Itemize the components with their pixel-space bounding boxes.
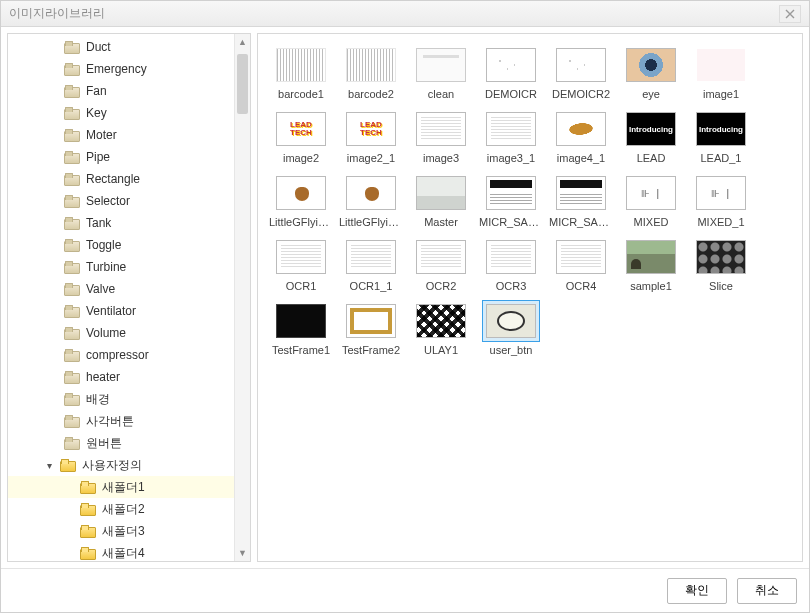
thumbnail-item[interactable]: TestFrame1 — [268, 298, 334, 358]
tree-item[interactable]: Ventilator — [8, 300, 234, 322]
thumbnail-item[interactable]: LEAD TECHimage2_1 — [338, 106, 404, 166]
tree-item[interactable]: Toggle — [8, 234, 234, 256]
tree-item[interactable]: Rectangle — [8, 168, 234, 190]
tree-item-child[interactable]: 새폴더1 — [8, 476, 234, 498]
scroll-thumb[interactable] — [237, 54, 248, 114]
tree-item-label: Tank — [86, 216, 111, 230]
tree-item[interactable]: Key — [8, 102, 234, 124]
tree-item-child[interactable]: 새폴더4 — [8, 542, 234, 561]
tree-item-label: Valve — [86, 282, 115, 296]
thumbnail-item[interactable]: MICR_SAMPLE — [478, 170, 544, 230]
scroll-up-icon[interactable]: ▲ — [235, 34, 250, 50]
tree-item-child[interactable]: 새폴더2 — [8, 498, 234, 520]
tree-item[interactable]: Selector — [8, 190, 234, 212]
tree-item-label: Volume — [86, 326, 126, 340]
thumbnail-box — [272, 44, 330, 86]
tree-scroll[interactable]: DuctEmergencyFanKeyMoterPipeRectangleSel… — [8, 34, 234, 561]
expander-icon[interactable]: ▾ — [44, 460, 54, 471]
thumbnail-label: ULAY1 — [424, 344, 458, 356]
tree-item[interactable]: compressor — [8, 344, 234, 366]
thumbnail-item[interactable]: sample1 — [618, 234, 684, 294]
window-title: 이미지라이브러리 — [9, 5, 105, 22]
thumbnail-box — [412, 300, 470, 342]
thumbnail-image: LEAD TECH — [276, 112, 326, 146]
thumbnail-box — [482, 44, 540, 86]
scroll-down-icon[interactable]: ▼ — [235, 545, 250, 561]
folder-icon — [64, 107, 80, 120]
tree-item[interactable]: Valve — [8, 278, 234, 300]
thumbnail-item[interactable]: image4_1 — [548, 106, 614, 166]
thumbnail-item[interactable]: OCR1_1 — [338, 234, 404, 294]
folder-icon — [64, 305, 80, 318]
tree-item[interactable]: heater — [8, 366, 234, 388]
thumbnail-label: MIXED — [634, 216, 669, 228]
close-button[interactable] — [779, 5, 801, 23]
folder-icon — [64, 41, 80, 54]
thumbnail-item[interactable]: clean — [408, 42, 474, 102]
folder-icon — [64, 151, 80, 164]
thumbnail-item[interactable]: image3 — [408, 106, 474, 166]
folder-open-icon — [80, 481, 96, 494]
thumbnail-box: LEAD TECH — [342, 108, 400, 150]
thumbnail-item[interactable]: MICR_SAMPLE2 — [548, 170, 614, 230]
thumbnail-label: barcode1 — [278, 88, 324, 100]
thumbnail-item[interactable]: eye — [618, 42, 684, 102]
thumbnail-item[interactable]: LittleGFlyingAlpha — [268, 170, 334, 230]
thumbnail-item[interactable]: ULAY1 — [408, 298, 474, 358]
tree-item[interactable]: 사각버튼 — [8, 410, 234, 432]
folder-icon — [64, 261, 80, 274]
tree-item[interactable]: 원버튼 — [8, 432, 234, 454]
tree-item-label: Toggle — [86, 238, 121, 252]
thumbnail-item[interactable]: IntroducingLEAD_1 — [688, 106, 754, 166]
tree-item[interactable]: Pipe — [8, 146, 234, 168]
thumbnail-image — [276, 176, 326, 210]
thumbnail-item[interactable]: user_btn — [478, 298, 544, 358]
thumbnail-item[interactable]: barcode1 — [268, 42, 334, 102]
thumbnail-item[interactable]: DEMOICR — [478, 42, 544, 102]
thumbnail-item[interactable]: Master — [408, 170, 474, 230]
thumbnail-item[interactable]: DEMOICR2 — [548, 42, 614, 102]
ok-button[interactable]: 확인 — [667, 578, 727, 604]
thumbnail-label: DEMOICR2 — [552, 88, 610, 100]
tree-item[interactable]: Tank — [8, 212, 234, 234]
thumbnail-box — [342, 300, 400, 342]
tree-item[interactable]: Moter — [8, 124, 234, 146]
tree-item[interactable]: Volume — [8, 322, 234, 344]
thumbnail-item[interactable]: OCR3 — [478, 234, 544, 294]
thumbnail-box — [482, 108, 540, 150]
thumbnail-item[interactable]: LEAD TECHimage2 — [268, 106, 334, 166]
tree-scrollbar[interactable]: ▲ ▼ — [234, 34, 250, 561]
thumbnail-item[interactable]: IntroducingLEAD — [618, 106, 684, 166]
thumbnail-item[interactable]: OCR1 — [268, 234, 334, 294]
thumbnail-label: OCR3 — [496, 280, 527, 292]
thumbnail-label: LittleGFlyingAlpha — [269, 216, 333, 228]
thumbnail-image — [626, 240, 676, 274]
tree-item[interactable]: Duct — [8, 36, 234, 58]
thumbnail-image — [416, 112, 466, 146]
tree-item-label: heater — [86, 370, 120, 384]
tree-item[interactable]: Emergency — [8, 58, 234, 80]
thumbnail-item[interactable]: MIXED — [618, 170, 684, 230]
tree-item[interactable]: Fan — [8, 80, 234, 102]
titlebar: 이미지라이브러리 — [1, 1, 809, 27]
thumbnail-item[interactable]: TestFrame2 — [338, 298, 404, 358]
tree-item-child[interactable]: 새폴더3 — [8, 520, 234, 542]
thumbnail-item[interactable]: MIXED_1 — [688, 170, 754, 230]
cancel-button[interactable]: 취소 — [737, 578, 797, 604]
tree-item-custom[interactable]: ▾사용자정의 — [8, 454, 234, 476]
thumbnail-item[interactable]: image1 — [688, 42, 754, 102]
thumbnail-item[interactable]: LittleGFlyingAlpha2 — [338, 170, 404, 230]
content-panel: barcode1barcode2cleanDEMOICRDEMOICR2eyei… — [257, 33, 803, 562]
thumbnail-item[interactable]: OCR4 — [548, 234, 614, 294]
tree-item-label: Emergency — [86, 62, 147, 76]
main-area: DuctEmergencyFanKeyMoterPipeRectangleSel… — [1, 27, 809, 568]
thumbnail-item[interactable]: barcode2 — [338, 42, 404, 102]
thumbnail-label: image4_1 — [557, 152, 605, 164]
tree-item[interactable]: Turbine — [8, 256, 234, 278]
thumbnail-item[interactable]: OCR2 — [408, 234, 474, 294]
thumbnail-item[interactable]: Slice — [688, 234, 754, 294]
thumbnail-item[interactable]: image3_1 — [478, 106, 544, 166]
tree-item[interactable]: 배경 — [8, 388, 234, 410]
thumbnail-box — [622, 44, 680, 86]
thumbnail-box — [272, 300, 330, 342]
